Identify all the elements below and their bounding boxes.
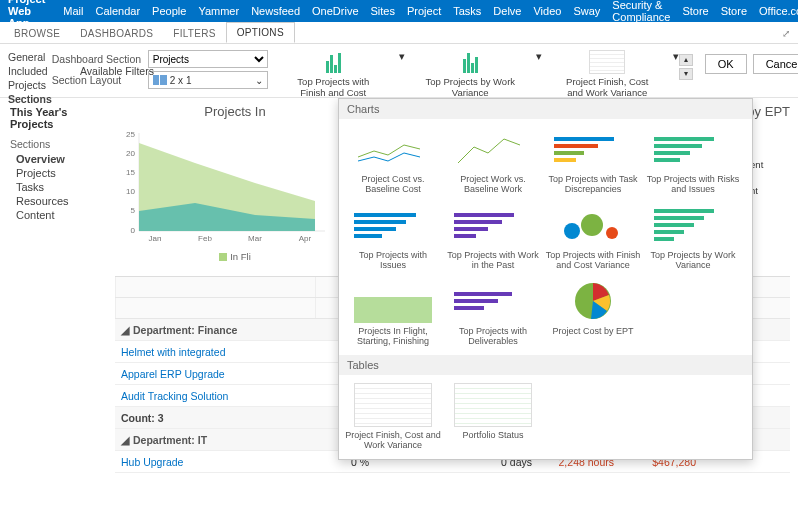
sidebar-item-content[interactable]: Content <box>10 208 105 222</box>
nav-office[interactable]: Office.com <box>759 5 798 17</box>
nav-delve[interactable]: Delve <box>493 5 521 17</box>
chevron-down-icon[interactable]: ▾ <box>399 50 405 63</box>
gallery-table[interactable]: Project Finish, Cost and Work Variance <box>343 381 443 457</box>
cancel-button[interactable]: Cancel <box>753 54 798 74</box>
svg-text:5: 5 <box>131 206 136 215</box>
nav-sites[interactable]: Sites <box>371 5 395 17</box>
tab-filters[interactable]: FILTERS <box>163 24 225 43</box>
gallery-chart[interactable]: Top Projects with Deliverables <box>443 277 543 353</box>
content-area: Projects In 25 20 15 10 5 0 Jan Feb Mar <box>115 98 798 524</box>
svg-point-17 <box>606 227 618 239</box>
chart-left-title: Projects In <box>115 104 355 119</box>
nav-newsfeed[interactable]: Newsfeed <box>251 5 300 17</box>
nav-people[interactable]: People <box>152 5 186 17</box>
svg-point-16 <box>581 214 603 236</box>
grid-2x1-icon <box>153 75 167 85</box>
svg-text:0: 0 <box>131 226 136 235</box>
global-nav: Project Web App Mail Calendar People Yam… <box>0 0 798 22</box>
nav-mail[interactable]: Mail <box>63 5 83 17</box>
ribbon-left-nav: General Available Filters Included Proje… <box>8 50 52 91</box>
tab-dashboards[interactable]: DASHBOARDS <box>70 24 163 43</box>
area-chart: 25 20 15 10 5 0 Jan Feb Mar Apr <box>115 123 335 243</box>
tab-options[interactable]: OPTIONS <box>226 22 295 43</box>
gallery-section-tables: Tables <box>339 355 752 375</box>
sidebar-heading: This Year's Projects <box>10 106 105 130</box>
expand-icon[interactable]: ⤢ <box>774 24 798 43</box>
sidebar-item-resources[interactable]: Resources <box>10 194 105 208</box>
sidebar-item-overview[interactable]: Overview <box>10 152 105 166</box>
gallery-chart[interactable]: Top Projects with Issues <box>343 201 443 277</box>
gallery-section-charts: Charts <box>339 99 752 119</box>
nav-project[interactable]: Project <box>407 5 441 17</box>
ribbon: General Available Filters Included Proje… <box>0 44 798 98</box>
gallery-chart[interactable]: Top Projects with Work in the Past <box>443 201 543 277</box>
chart-picker-2-label: Top Projects by Work Variance <box>423 76 518 98</box>
nav-security[interactable]: Security & Compliance <box>612 0 670 23</box>
svg-text:15: 15 <box>126 168 135 177</box>
svg-text:10: 10 <box>126 187 135 196</box>
nav-calendar[interactable]: Calendar <box>95 5 140 17</box>
dashboard-section-select[interactable]: Projects <box>148 50 268 68</box>
section-layout-value: 2 x 1 <box>170 75 192 86</box>
chart-picker-3-label: Project Finish, Cost and Work Variance <box>560 76 655 98</box>
nav-tasks[interactable]: Tasks <box>453 5 481 17</box>
section-layout-select[interactable]: 2 x 1 ⌄ <box>148 71 268 89</box>
gallery-scroll: ▴ ▾ <box>679 54 693 80</box>
svg-point-15 <box>564 223 580 239</box>
gallery-chart[interactable]: Project Work vs. Baseline Work <box>443 125 543 201</box>
sidebar: This Year's Projects Sections Overview P… <box>0 98 115 524</box>
nav-yammer[interactable]: Yammer <box>198 5 239 17</box>
gallery-chart[interactable]: Top Projects with Task Discrepancies <box>543 125 643 201</box>
svg-text:25: 25 <box>126 130 135 139</box>
chart-gallery: Charts Project Cost vs. Baseline Cost Pr… <box>338 98 753 460</box>
nav-onedrive[interactable]: OneDrive <box>312 5 358 17</box>
chart-picker-3[interactable]: Project Finish, Cost and Work Variance <box>560 50 655 98</box>
ribbon-left-general[interactable]: General <box>8 50 52 64</box>
gallery-chart[interactable]: Top Projects with Risks and Issues <box>643 125 743 201</box>
svg-text:Apr: Apr <box>299 234 312 243</box>
gallery-chart[interactable]: Project Cost vs. Baseline Cost <box>343 125 443 201</box>
gallery-chart[interactable]: Projects In Flight, Starting, Finishing <box>343 277 443 353</box>
ribbon-left-included[interactable]: Included Projects <box>8 64 52 92</box>
chevron-down-icon: ⌄ <box>255 75 263 86</box>
gallery-table[interactable]: Portfolio Status <box>443 381 543 457</box>
legend-in-flight: In Fli <box>230 251 251 262</box>
sidebar-item-projects[interactable]: Projects <box>10 166 105 180</box>
nav-store[interactable]: Store <box>682 5 708 17</box>
svg-text:Mar: Mar <box>248 234 262 243</box>
nav-video[interactable]: Video <box>533 5 561 17</box>
chevron-down-icon[interactable]: ▾ <box>536 50 542 63</box>
ribbon-tabs: BROWSE DASHBOARDS FILTERS OPTIONS ⤢ <box>0 22 798 44</box>
scroll-up-icon[interactable]: ▴ <box>679 54 693 66</box>
chart-picker-2[interactable]: Top Projects by Work Variance <box>423 50 518 98</box>
gallery-chart[interactable]: Top Projects with Finish and Cost Varian… <box>543 201 643 277</box>
gallery-chart[interactable]: Project Cost by EPT <box>543 277 643 353</box>
svg-text:Feb: Feb <box>198 234 212 243</box>
ribbon-left-filters[interactable]: Available Filters <box>80 64 154 78</box>
chart-picker-1-label: Top Projects with Finish and Cost <box>286 76 381 98</box>
nav-store-2[interactable]: Store <box>721 5 747 17</box>
nav-sway[interactable]: Sway <box>573 5 600 17</box>
sidebar-subhead: Sections <box>10 138 105 150</box>
svg-text:Jan: Jan <box>149 234 162 243</box>
ok-button[interactable]: OK <box>705 54 747 74</box>
sidebar-item-tasks[interactable]: Tasks <box>10 180 105 194</box>
ribbon-left-sections[interactable]: Sections <box>8 92 52 106</box>
scroll-down-icon[interactable]: ▾ <box>679 68 693 80</box>
tab-browse[interactable]: BROWSE <box>4 24 70 43</box>
chart-picker-1[interactable]: Top Projects with Finish and Cost <box>286 50 381 98</box>
gallery-chart[interactable]: Top Projects by Work Variance <box>643 201 743 277</box>
svg-text:20: 20 <box>126 149 135 158</box>
